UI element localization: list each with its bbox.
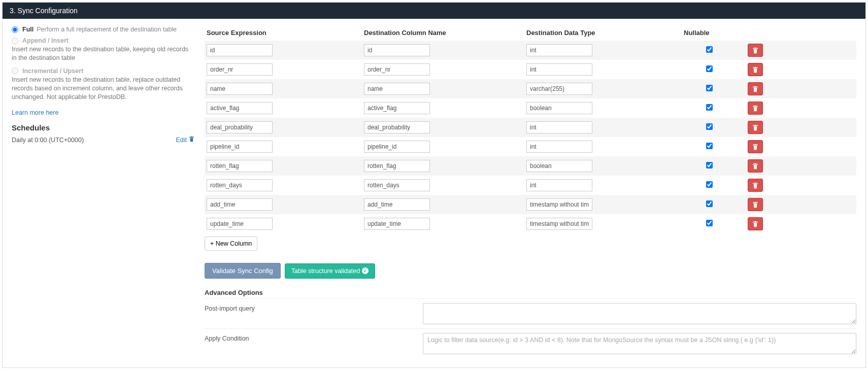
destination-column-input[interactable] [364, 141, 430, 153]
nullable-checkbox[interactable] [706, 46, 713, 53]
new-column-button[interactable]: + New Column [205, 237, 257, 251]
destination-type-input[interactable] [526, 121, 592, 133]
trash-icon [752, 163, 758, 170]
delete-row-button[interactable] [748, 102, 763, 115]
delete-row-button[interactable] [748, 140, 763, 153]
source-expression-input[interactable] [207, 141, 273, 153]
sync-mode-label: Append / Insert [22, 37, 69, 44]
advanced-option-label: Apply Condition [205, 333, 423, 354]
nullable-checkbox[interactable] [706, 181, 713, 188]
table-row [205, 137, 856, 156]
destination-type-input[interactable] [526, 63, 592, 76]
sync-mode-desc: Insert new records to the destination ta… [12, 76, 194, 102]
nullable-checkbox[interactable] [706, 143, 713, 149]
destination-type-input[interactable] [526, 102, 592, 114]
validation-status-text: Table structure validated [291, 267, 360, 275]
sync-mode-append: Append / Insert [12, 37, 194, 44]
destination-column-input[interactable] [364, 160, 430, 172]
sync-mode-full[interactable]: Full Perform a full replacement of the d… [12, 26, 194, 33]
sync-mode-desc: Insert new records to the destination ta… [12, 45, 194, 62]
destination-type-input[interactable] [526, 198, 592, 211]
destination-type-input[interactable] [526, 83, 592, 95]
destination-column-input[interactable] [364, 121, 430, 133]
col-header-type: Destination Data Type [526, 29, 684, 37]
delete-row-button[interactable] [748, 198, 763, 211]
validation-status-badge: Table structure validated ✓ [285, 263, 376, 279]
trash-icon [752, 182, 758, 189]
source-expression-input[interactable] [207, 44, 273, 56]
panel-body: Full Perform a full replacement of the d… [3, 19, 865, 367]
nullable-checkbox[interactable] [706, 200, 713, 207]
destination-column-input[interactable] [364, 179, 430, 191]
source-expression-input[interactable] [207, 83, 273, 95]
nullable-checkbox[interactable] [706, 104, 713, 111]
destination-type-input[interactable] [526, 141, 592, 153]
sync-mode-radio-append [12, 38, 18, 44]
delete-row-button[interactable] [748, 63, 763, 76]
destination-type-input[interactable] [526, 179, 592, 191]
destination-type-input[interactable] [526, 44, 592, 56]
advanced-option-row: Post-import query [205, 298, 856, 328]
advanced-option-textarea[interactable] [423, 303, 856, 324]
table-row [205, 176, 856, 195]
nullable-checkbox[interactable] [706, 220, 713, 226]
trash-icon [752, 47, 758, 54]
nullable-checkbox[interactable] [706, 85, 713, 91]
edit-label: Edit [176, 137, 187, 144]
advanced-option-label: Post-import query [205, 303, 423, 324]
destination-column-input[interactable] [364, 63, 430, 76]
destination-type-input[interactable] [526, 160, 592, 172]
table-row [205, 156, 856, 176]
destination-column-input[interactable] [364, 218, 430, 230]
destination-column-input[interactable] [364, 44, 430, 56]
delete-row-button[interactable] [748, 159, 763, 173]
source-expression-input[interactable] [207, 218, 273, 230]
sync-mode-radio-full[interactable] [12, 26, 18, 33]
source-expression-input[interactable] [207, 198, 273, 211]
table-row [205, 98, 856, 118]
main-content: Source Expression Destination Column Nam… [205, 26, 856, 358]
button-row: Validate Sync Config Table structure val… [205, 263, 856, 279]
trash-icon [752, 201, 758, 208]
table-row [205, 195, 856, 214]
advanced-options-heading: Advanced Options [205, 289, 856, 296]
destination-type-input[interactable] [526, 218, 592, 230]
trash-icon [752, 144, 758, 150]
delete-row-button[interactable] [748, 121, 763, 134]
table-row [205, 41, 856, 60]
source-expression-input[interactable] [207, 63, 273, 76]
sync-mode-incremental: Incremental / Upsert [12, 68, 194, 75]
nullable-checkbox[interactable] [706, 65, 713, 72]
source-expression-input[interactable] [207, 179, 273, 191]
nullable-checkbox[interactable] [706, 123, 713, 130]
table-row [205, 214, 856, 233]
table-header-row: Source Expression Destination Column Nam… [205, 26, 856, 41]
trash-icon [189, 136, 194, 144]
source-expression-input[interactable] [207, 121, 273, 133]
delete-row-button[interactable] [748, 44, 763, 57]
destination-column-input[interactable] [364, 198, 430, 211]
trash-icon [752, 105, 758, 112]
delete-row-button[interactable] [748, 217, 763, 230]
source-expression-input[interactable] [207, 160, 273, 172]
advanced-option-row: Apply Condition [205, 328, 856, 358]
delete-row-button[interactable] [748, 82, 763, 95]
delete-row-button[interactable] [748, 179, 763, 192]
trash-icon [752, 221, 758, 227]
destination-column-input[interactable] [364, 83, 430, 95]
source-expression-input[interactable] [207, 102, 273, 114]
schedule-row: Daily at 0:00 (UTC+0000) Edit [12, 136, 194, 144]
nullable-checkbox[interactable] [706, 162, 713, 168]
col-header-source: Source Expression [207, 29, 364, 37]
validate-sync-config-button[interactable]: Validate Sync Config [205, 263, 281, 279]
destination-column-input[interactable] [364, 102, 430, 114]
sidebar: Full Perform a full replacement of the d… [12, 26, 205, 358]
edit-schedule-link[interactable]: Edit [176, 136, 194, 144]
col-header-nullable: Nullable [684, 29, 735, 37]
schedules-heading: Schedules [12, 123, 194, 132]
learn-more-link[interactable]: Learn more here [12, 109, 58, 116]
sync-mode-label: Incremental / Upsert [22, 68, 83, 75]
trash-icon [752, 86, 758, 92]
advanced-option-textarea[interactable] [423, 333, 856, 354]
sync-mode-label: Full [22, 26, 34, 33]
